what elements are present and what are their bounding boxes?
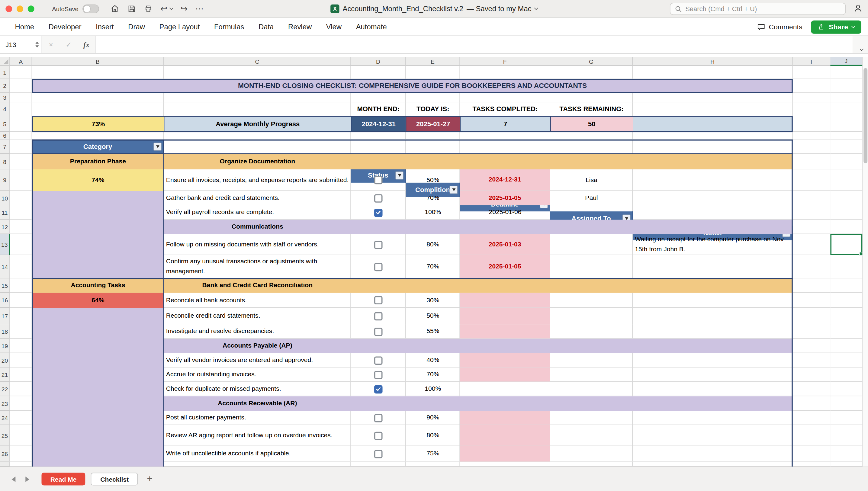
grid-cell-A14[interactable] [10, 255, 32, 279]
grid-cell-G20[interactable] [550, 353, 633, 368]
section-bank-reconciliation[interactable]: Bank and Credit Card Reconciliation [164, 279, 351, 293]
grid-cell-D7[interactable] [351, 140, 406, 154]
cell-D25[interactable] [351, 425, 406, 446]
checkbox-unchecked-icon[interactable] [374, 327, 382, 336]
grid-cell-J11[interactable] [830, 205, 862, 220]
add-sheet-button[interactable]: + [147, 474, 152, 484]
cell-E11[interactable]: 100% [406, 205, 460, 220]
cell-C18[interactable]: Investigate and resolve discrepancies. [164, 324, 351, 339]
grid-cell-I13[interactable] [793, 234, 831, 255]
grid-cell-J10[interactable] [830, 191, 862, 205]
column-header-A[interactable]: A [10, 57, 32, 66]
cell-C16[interactable]: Reconcile all bank accounts. [164, 293, 351, 308]
cell-D11[interactable] [351, 205, 406, 220]
grid-cell-J3[interactable] [830, 93, 862, 103]
column-header-C[interactable]: C [164, 57, 351, 66]
ribbon-tab-draw[interactable]: Draw [121, 18, 152, 36]
cell-D23[interactable] [351, 396, 793, 411]
grid-cell-G16[interactable] [550, 293, 633, 308]
row-header-23[interactable]: 23 [0, 396, 10, 411]
note-waiting-on-receipt[interactable]: Waiting on receipt for the computer purc… [633, 234, 793, 255]
grid-cell-H11[interactable] [633, 205, 793, 220]
column-header-J[interactable]: J [830, 57, 862, 66]
checkbox-checked-icon[interactable] [374, 208, 382, 216]
grid-cell-G14[interactable] [550, 255, 633, 279]
grid-cell-J25[interactable] [830, 425, 862, 446]
cell-C25[interactable]: Review AR aging report and follow up on … [164, 425, 351, 446]
grid-cell-A18[interactable] [10, 324, 32, 339]
redo-icon[interactable]: ↪ [181, 4, 187, 13]
grid-cell-E6[interactable] [406, 132, 460, 140]
grid-cell-J12[interactable] [830, 220, 862, 234]
checkbox-unchecked-icon[interactable] [374, 176, 382, 184]
today-date[interactable]: 2025-01-27 [406, 116, 460, 132]
grid-cell-D1[interactable] [351, 66, 406, 79]
grid-cell-A7[interactable] [10, 140, 32, 154]
zoom-window-button[interactable] [28, 5, 34, 12]
grid-cell-I3[interactable] [793, 93, 831, 103]
grid-cell-G13[interactable] [550, 234, 633, 255]
sheet-tab-read-me[interactable]: Read Me [41, 472, 85, 485]
cell-F16[interactable] [460, 293, 550, 308]
checkbox-unchecked-icon[interactable] [374, 296, 382, 305]
cell-F9[interactable]: 2024-12-31 [460, 169, 550, 191]
cell-C13[interactable]: Follow up on missing documents with staf… [164, 234, 351, 255]
name-box-spinner[interactable] [35, 36, 39, 53]
grid-cell-C4[interactable] [164, 103, 351, 116]
grid-cell-I15[interactable] [793, 279, 831, 293]
grid-cell-A15[interactable] [10, 279, 32, 293]
section-organize-documentation[interactable]: Organize Documentation [164, 154, 351, 169]
row-header-13[interactable]: 13 [0, 234, 10, 255]
grid-cell-J20[interactable] [830, 353, 862, 368]
column-header-I[interactable]: I [793, 57, 831, 66]
cell-E26[interactable]: 75% [406, 446, 460, 461]
grid-cell-D6[interactable] [351, 132, 406, 140]
grid-cell-B6[interactable] [32, 132, 164, 140]
cell-D9[interactable] [351, 169, 406, 191]
cell-C22[interactable]: Check for duplicate or missed payments. [164, 382, 351, 397]
cell-F24[interactable] [460, 411, 550, 425]
grid-cell-E3[interactable] [406, 93, 460, 103]
cell-C14[interactable]: Confirm any unusual transactions or adju… [164, 255, 351, 279]
cell-E14[interactable]: 70% [406, 255, 460, 279]
grid-cell-J1[interactable] [830, 66, 862, 79]
row-header-26[interactable]: 26 [0, 446, 10, 461]
grid-cell-F22[interactable] [460, 382, 550, 397]
checkbox-unchecked-icon[interactable] [374, 356, 382, 364]
cell-D20[interactable] [351, 353, 406, 368]
grid-cell-A19[interactable] [10, 339, 32, 353]
grid-cell-I5[interactable] [793, 116, 831, 132]
cell-C17[interactable]: Reconcile credit card statements. [164, 308, 351, 324]
grid-cell-E27[interactable] [406, 462, 460, 466]
confirm-icon[interactable]: ✓ [60, 40, 78, 49]
row-header-12[interactable]: 12 [0, 220, 10, 234]
cell-F18[interactable] [460, 324, 550, 339]
cell-F26[interactable] [460, 446, 550, 461]
cell-E13[interactable]: 80% [406, 234, 460, 255]
grid-cell-G24[interactable] [550, 411, 633, 425]
grid-cell-G26[interactable] [550, 446, 633, 461]
sheet-tab-checklist[interactable]: Checklist [91, 472, 138, 485]
ribbon-tab-review[interactable]: Review [281, 18, 319, 36]
grid-cell-I18[interactable] [793, 324, 831, 339]
grid-cell-A23[interactable] [10, 396, 32, 411]
grid-cell-D3[interactable] [351, 93, 406, 103]
grid-cell-A1[interactable] [10, 66, 32, 79]
checkbox-unchecked-icon[interactable] [374, 312, 382, 320]
row-header-1[interactable]: 1 [0, 66, 10, 79]
grid-cell-A11[interactable] [10, 205, 32, 220]
grid-cell-A5[interactable] [10, 116, 32, 132]
undo-menu-chevron-icon[interactable] [169, 6, 173, 10]
cell-E25[interactable]: 80% [406, 425, 460, 446]
cell-F20[interactable] [460, 353, 550, 368]
grid-cell-J14[interactable] [830, 255, 862, 279]
column-header-F[interactable]: F [460, 57, 550, 66]
row-header-20[interactable]: 20 [0, 353, 10, 368]
cell-D8[interactable] [351, 154, 793, 169]
close-window-button[interactable] [5, 5, 12, 12]
grid-cell-G25[interactable] [550, 425, 633, 446]
cell-D17[interactable] [351, 308, 406, 324]
grid-cell-J24[interactable] [830, 411, 862, 425]
grid-cell-J17[interactable] [830, 308, 862, 324]
row-header-17[interactable]: 17 [0, 308, 10, 324]
